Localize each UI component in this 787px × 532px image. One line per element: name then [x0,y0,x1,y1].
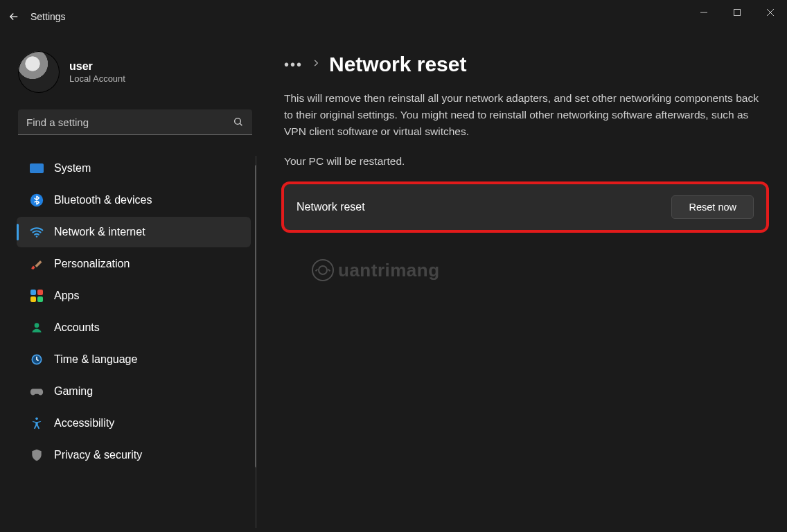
reset-now-button[interactable]: Reset now [671,195,754,219]
svg-rect-0 [734,10,741,16]
sidebar-item-label: Accessibility [54,417,114,429]
shield-icon [29,447,44,463]
sidebar-item-system[interactable]: System [17,153,251,184]
sidebar-item-apps[interactable]: Apps [17,281,251,311]
apps-icon [29,288,44,303]
sidebar-item-label: Bluetooth & devices [54,194,152,206]
page-description: This will remove then reinstall all your… [284,90,766,140]
sidebar-item-label: System [54,162,91,175]
profile-block[interactable]: user Local Account [18,51,252,93]
sidebar-item-accessibility[interactable]: Accessibility [17,408,251,438]
paintbrush-icon [29,256,44,272]
profile-account-type: Local Account [69,73,125,85]
sidebar-item-label: Apps [54,290,79,302]
back-button[interactable] [0,0,28,33]
svg-point-6 [35,418,38,420]
sidebar-item-label: Accounts [54,321,100,334]
sidebar: user Local Account System Bluet [0,33,256,532]
sidebar-item-label: Time & language [54,353,137,366]
page-title: Network reset [329,53,466,76]
accessibility-icon [29,416,44,431]
sidebar-nav-wrap: System Bluetooth & devices Network & int… [14,152,256,532]
sidebar-item-label: Network & internet [54,226,145,238]
content-area: ••• Network reset This will remove then … [256,33,787,532]
network-reset-card: Network reset Reset now [284,184,766,230]
breadcrumb: ••• Network reset [284,53,766,76]
bluetooth-icon [29,193,44,208]
close-button[interactable] [754,0,787,25]
sidebar-item-privacy[interactable]: Privacy & security [17,440,251,470]
gamepad-icon [29,384,44,399]
sidebar-item-label: Personalization [54,258,130,270]
window-controls [687,0,787,25]
restart-notice: Your PC will be restarted. [284,155,766,168]
sidebar-item-personalization[interactable]: Personalization [17,249,251,279]
search-icon [231,115,245,129]
svg-point-3 [36,236,38,238]
person-icon [29,320,44,335]
svg-point-4 [35,323,39,328]
chevron-right-icon [311,58,321,71]
sidebar-nav: System Bluetooth & devices Network & int… [14,152,256,532]
title-bar: Settings [0,0,787,33]
wifi-icon [29,224,44,240]
search-box[interactable] [18,109,252,135]
search-input[interactable] [25,116,231,129]
sidebar-item-time-language[interactable]: Time & language [17,344,251,375]
sidebar-item-bluetooth[interactable]: Bluetooth & devices [17,185,251,215]
sidebar-item-accounts[interactable]: Accounts [17,312,251,343]
sidebar-item-network[interactable]: Network & internet [17,217,251,247]
minimize-icon [700,8,708,17]
profile-labels: user Local Account [69,60,125,85]
sidebar-item-gaming[interactable]: Gaming [17,376,251,407]
clock-globe-icon [29,352,44,367]
sidebar-item-label: Privacy & security [54,449,142,461]
profile-username: user [69,60,125,73]
minimize-button[interactable] [687,0,720,25]
card-label: Network reset [297,201,365,213]
avatar [18,51,60,93]
maximize-icon [733,8,741,17]
breadcrumb-overflow-button[interactable]: ••• [284,57,303,73]
sidebar-item-label: Gaming [54,385,93,398]
maximize-button[interactable] [720,0,754,25]
close-icon [766,8,775,17]
svg-point-1 [235,118,241,125]
system-icon [29,161,44,176]
arrow-left-icon [8,10,20,23]
app-title: Settings [30,11,66,22]
